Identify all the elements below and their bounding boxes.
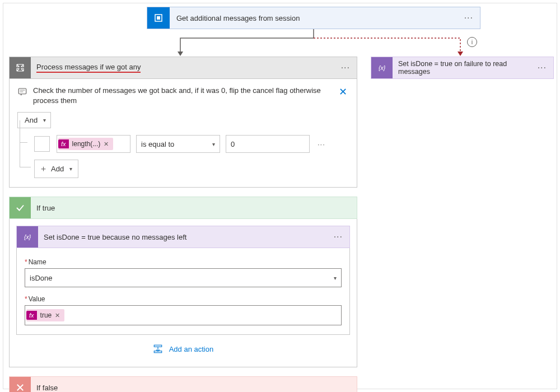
variable-icon: {x}	[371, 57, 393, 78]
set-variable-title: Set isDone = true because no messages le…	[38, 233, 327, 241]
condition-operator-dropdown[interactable]: is equal to ▾	[136, 135, 220, 153]
add-label: Add	[51, 165, 64, 173]
token-remove[interactable]: ✕	[104, 141, 109, 148]
tree-line	[20, 132, 31, 167]
condition-note: Check the number of messages we got back…	[33, 86, 331, 105]
if-true-add-action[interactable]: Add an action	[18, 344, 348, 356]
condition-left-operand[interactable]: fx length(...) ✕	[57, 135, 130, 153]
plus-icon: ＋	[39, 164, 48, 174]
if-false-title: If false	[31, 384, 357, 392]
condition-header[interactable]: Process messages if we got any ···	[9, 57, 357, 79]
svg-text:{x}: {x}	[24, 234, 31, 240]
insert-step-icon	[153, 344, 163, 356]
if-true-body: {x} Set isDone = true because no message…	[9, 219, 357, 367]
flow-canvas: Get additional messages from session ···…	[3, 3, 557, 389]
condition-icon	[10, 57, 31, 78]
info-icon[interactable]: i	[467, 37, 477, 47]
action-menu[interactable]: ···	[458, 13, 480, 23]
fx-icon: fx	[26, 311, 37, 320]
if-false-header: If false	[9, 376, 357, 392]
if-true-header: If true	[9, 197, 357, 219]
failure-action-header[interactable]: {x} Set isDone = true on failure to read…	[371, 57, 554, 79]
condition-right-operand[interactable]: 0	[226, 135, 310, 153]
condition-menu[interactable]: ···	[334, 63, 357, 73]
chevron-down-icon: ▾	[43, 117, 46, 123]
chevron-down-icon: ▾	[334, 275, 337, 281]
svg-text:{x}: {x}	[379, 64, 386, 71]
condition-row-menu[interactable]: ···	[318, 140, 325, 148]
row-checkbox[interactable]	[34, 136, 50, 152]
connector-lines	[147, 29, 480, 58]
fx-token-length[interactable]: fx length(...) ✕	[58, 138, 113, 150]
check-icon	[10, 197, 31, 218]
operator-label: is equal to	[141, 140, 174, 148]
fx-token-true[interactable]: fx true ✕	[26, 309, 64, 321]
set-variable-body: *Name isDone ▾ *Value fx true ✕	[16, 248, 350, 335]
if-true-title: If true	[31, 204, 357, 212]
name-label: *Name	[25, 258, 342, 266]
fx-icon: fx	[58, 139, 69, 148]
action-title: Get additional messages from session	[170, 14, 458, 22]
variable-value-input[interactable]: fx true ✕	[25, 305, 342, 325]
left-column: Process messages if we got any ··· Check…	[9, 57, 357, 392]
add-condition-button[interactable]: ＋ Add ▾	[34, 160, 78, 178]
note-icon	[17, 87, 27, 99]
condition-title: Process messages if we got any	[31, 63, 334, 73]
action-get-messages[interactable]: Get additional messages from session ···	[147, 7, 480, 29]
note-close[interactable]: ✕	[337, 86, 349, 98]
failure-action-menu[interactable]: ···	[531, 63, 553, 73]
set-variable-header[interactable]: {x} Set isDone = true because no message…	[16, 226, 350, 248]
svg-rect-2	[18, 88, 26, 94]
variable-icon: {x}	[17, 226, 38, 248]
set-variable-menu[interactable]: ···	[327, 232, 349, 242]
session-icon	[147, 7, 170, 29]
value-label: *Value	[25, 295, 342, 303]
chevron-down-icon: ▾	[212, 141, 215, 147]
token-remove[interactable]: ✕	[55, 312, 60, 319]
svg-rect-6	[154, 345, 162, 347]
condition-body: Check the number of messages we got back…	[9, 79, 357, 188]
failure-action-title: Set isDone = true on failure to read mes…	[393, 60, 531, 76]
variable-name-select[interactable]: isDone ▾	[25, 268, 342, 287]
svg-rect-1	[157, 16, 160, 20]
cross-icon	[10, 377, 31, 392]
chevron-down-icon: ▾	[69, 166, 72, 172]
